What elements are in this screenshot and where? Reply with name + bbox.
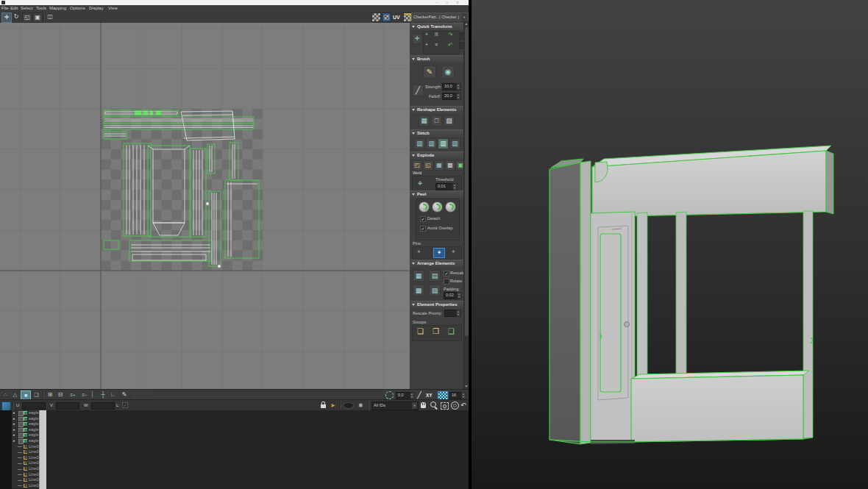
uv-canvas[interactable] (0, 23, 410, 389)
display-toggle-icon[interactable] (18, 433, 24, 438)
rotate-checkbox[interactable] (444, 279, 449, 285)
pin-tool-icon[interactable]: ✦ (416, 249, 421, 255)
rollout-explode[interactable]: Explode (410, 151, 469, 159)
display-toggle-icon[interactable] (18, 439, 24, 444)
rotate-cw-icon[interactable]: ↷ (448, 32, 453, 38)
straighten-selection-button[interactable]: ▦ (419, 115, 430, 126)
vertex-mode-icon[interactable]: ∴ (1, 390, 10, 399)
break-button[interactable]: ◰ (412, 160, 422, 171)
menu-edit[interactable]: Edit (10, 5, 18, 12)
zoom-to-gizmo-icon[interactable]: ↶ (460, 400, 466, 410)
falloff-type-button[interactable]: ╱ (412, 85, 424, 96)
explorer-scrollbar[interactable] (39, 410, 46, 489)
relax-button[interactable]: ▨ (444, 115, 455, 126)
space-vertical-icon[interactable]: ||| (435, 32, 438, 36)
maximize-icon[interactable]: □ (446, 0, 448, 5)
weld-selected-icon[interactable]: ⌖ (418, 178, 422, 188)
stitch-custom-button[interactable]: ▥ (414, 138, 425, 149)
rollout-quick-transform[interactable]: Quick Transform (410, 23, 469, 30)
flatten-by-angle-button[interactable]: ▩ (445, 160, 455, 171)
relax-brush-button[interactable]: ◉ (441, 65, 455, 79)
shrink-selection-icon[interactable]: ⊟ (56, 390, 65, 399)
rollout-brush[interactable]: Brush (410, 55, 469, 63)
quick-transform-mode-button[interactable]: ✛ (412, 34, 422, 44)
threshold-spinner[interactable] (452, 183, 458, 190)
show-pins-icon[interactable]: ✦ (433, 248, 445, 258)
freeform-tool-icon[interactable]: ▣ (32, 13, 43, 23)
list-item[interactable]: Line0 (12, 444, 42, 450)
show-grid-icon[interactable] (371, 13, 381, 22)
zoom-tool-icon[interactable] (430, 401, 436, 407)
pack-together-button[interactable]: ▤ (429, 270, 441, 282)
group-create-icon[interactable]: ❏ (417, 327, 424, 335)
zoom-extents-icon[interactable] (451, 401, 459, 410)
list-item[interactable]: Line0 (12, 483, 42, 489)
display-toggle-icon[interactable] (18, 417, 24, 422)
edge-mode-icon[interactable]: △ (11, 390, 19, 399)
list-item[interactable]: ▸eagle (12, 432, 42, 438)
pelt-map-icon[interactable] (445, 201, 456, 213)
peel-mode-icon[interactable] (432, 201, 443, 213)
list-item[interactable]: ▸eagle (12, 416, 42, 422)
display-toggle-icon[interactable] (18, 411, 24, 416)
falloff-spinner[interactable] (456, 93, 461, 100)
align-vertical-icon[interactable]: + (425, 42, 428, 47)
rollout-arrange-elements[interactable]: Arrange Elements (410, 260, 469, 267)
scroll-down-icon[interactable] (465, 385, 468, 388)
group-select-icon[interactable]: ❑ (448, 327, 455, 335)
menu-display[interactable]: Display (89, 5, 104, 12)
align-to-pivot-icon[interactable]: ∟ (109, 390, 118, 399)
pack-full-button[interactable]: ▩ (413, 285, 424, 296)
window-titlebar[interactable]: – □ ✕ (0, 0, 469, 5)
perspective-viewport[interactable] (472, 0, 868, 489)
mirror-tool-icon[interactable]: ◫ (46, 13, 54, 21)
rollout-stitch[interactable]: Stitch (410, 129, 469, 137)
clear-pins-icon[interactable]: ✦ (451, 249, 456, 255)
snap-toggle-icon[interactable]: ❄ (358, 401, 363, 410)
close-icon[interactable]: ✕ (456, 0, 459, 5)
rescale-elements-button[interactable]: ▧ (429, 285, 441, 296)
grid-size-spinner[interactable] (461, 392, 466, 399)
expand-arrow-icon[interactable]: ▸ (13, 416, 15, 422)
falloff-curve-icon[interactable]: ╱ (416, 390, 423, 399)
expand-arrow-icon[interactable]: ▸ (13, 421, 15, 427)
quick-peel-icon[interactable] (419, 201, 430, 213)
stitch-target-button[interactable]: ▥ (449, 138, 460, 149)
stitch-source-button[interactable]: ▥ (426, 138, 437, 149)
menu-mapping[interactable]: Mapping (49, 5, 66, 12)
list-item[interactable]: Line0 (12, 472, 42, 478)
filter-selected-faces-icon[interactable]: ➤ (330, 401, 335, 410)
rescale-checkbox[interactable]: ✓ (444, 271, 449, 276)
list-item[interactable]: Line0 (12, 460, 42, 466)
scroll-up-icon[interactable] (465, 23, 468, 25)
scale-tool-icon[interactable]: ◱ (22, 13, 32, 23)
v-field[interactable] (56, 402, 79, 410)
rollout-reshape-elements[interactable]: Reshape Elements (410, 106, 469, 113)
break-corners-button[interactable]: ◱ (423, 160, 433, 171)
list-item[interactable]: ▸eagle (12, 438, 42, 444)
uv-channel-label[interactable]: UV (393, 13, 400, 22)
relax-until-flat-button[interactable]: □ (431, 115, 442, 126)
strength-spinner[interactable] (456, 83, 461, 90)
avoid-overlap-checkbox[interactable]: ✓ (420, 226, 426, 232)
menu-tools[interactable]: Tools (36, 5, 46, 12)
display-toggle-icon[interactable] (18, 428, 24, 433)
edge-loop-icon[interactable]: ≡+ (68, 390, 78, 399)
lock-selection-icon[interactable] (321, 404, 326, 408)
expand-arrow-icon[interactable]: ▸ (13, 432, 15, 438)
expand-arrow-icon[interactable]: ▸ (13, 427, 15, 433)
space-horizontal-icon[interactable]: ≡ (435, 42, 438, 47)
list-item[interactable]: ▸eagle (12, 410, 42, 416)
edge-ring-icon[interactable]: ≡− (79, 390, 90, 399)
align-to-edge-icon[interactable]: ┼ (99, 390, 107, 399)
rotate-tool-icon[interactable]: ↻ (12, 13, 21, 21)
expand-arrow-icon[interactable]: ▸ (13, 438, 15, 444)
menu-file[interactable]: File (1, 5, 9, 12)
menu-select[interactable]: Select (21, 5, 33, 12)
minimize-icon[interactable]: – (435, 0, 438, 5)
expand-arrow-icon[interactable]: ▸ (13, 410, 15, 416)
paint-select-icon[interactable]: ✎ (120, 390, 129, 399)
w-field[interactable] (91, 402, 115, 410)
group-ungroup-icon[interactable]: ❐ (433, 327, 439, 335)
menu-view[interactable]: View (108, 5, 118, 12)
